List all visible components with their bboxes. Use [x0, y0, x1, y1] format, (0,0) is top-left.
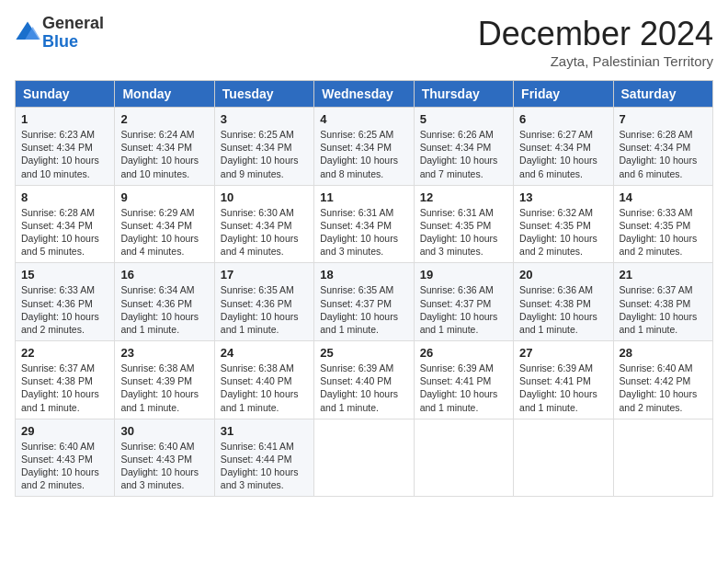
cell-details: Sunrise: 6:30 AM Sunset: 4:34 PM Dayligh…: [221, 206, 308, 259]
day-number: 19: [420, 268, 507, 282]
cell-details: Sunrise: 6:40 AM Sunset: 4:43 PM Dayligh…: [21, 440, 108, 492]
calendar-cell: [314, 419, 414, 497]
calendar-cell: 7Sunrise: 6:28 AM Sunset: 4:34 PM Daylig…: [613, 108, 712, 186]
day-number: 6: [519, 112, 607, 126]
calendar-cell: 11Sunrise: 6:31 AM Sunset: 4:34 PM Dayli…: [314, 185, 414, 263]
calendar-cell: 28Sunrise: 6:40 AM Sunset: 4:42 PM Dayli…: [613, 341, 712, 419]
day-number: 29: [21, 424, 108, 438]
cell-details: Sunrise: 6:40 AM Sunset: 4:43 PM Dayligh…: [120, 440, 208, 492]
calendar-week-5: 29Sunrise: 6:40 AM Sunset: 4:43 PM Dayli…: [16, 419, 713, 497]
cell-details: Sunrise: 6:25 AM Sunset: 4:34 PM Dayligh…: [221, 128, 308, 180]
calendar-cell: 8Sunrise: 6:28 AM Sunset: 4:34 PM Daylig…: [16, 185, 115, 263]
calendar-cell: 30Sunrise: 6:40 AM Sunset: 4:43 PM Dayli…: [115, 419, 214, 497]
calendar-week-4: 22Sunrise: 6:37 AM Sunset: 4:38 PM Dayli…: [16, 341, 713, 419]
calendar-header-thursday: Thursday: [414, 81, 513, 108]
cell-details: Sunrise: 6:41 AM Sunset: 4:44 PM Dayligh…: [221, 440, 308, 492]
calendar-cell: 13Sunrise: 6:32 AM Sunset: 4:35 PM Dayli…: [514, 185, 613, 263]
cell-details: Sunrise: 6:35 AM Sunset: 4:36 PM Dayligh…: [221, 283, 308, 336]
calendar-cell: 24Sunrise: 6:38 AM Sunset: 4:40 PM Dayli…: [214, 341, 313, 419]
cell-details: Sunrise: 6:39 AM Sunset: 4:40 PM Dayligh…: [320, 362, 407, 414]
calendar-header-friday: Friday: [514, 81, 613, 108]
calendar-cell: 1Sunrise: 6:23 AM Sunset: 4:34 PM Daylig…: [16, 108, 115, 186]
calendar-cell: 5Sunrise: 6:26 AM Sunset: 4:34 PM Daylig…: [414, 108, 513, 186]
day-number: 10: [221, 190, 308, 204]
day-number: 27: [519, 346, 607, 360]
day-number: 7: [620, 112, 707, 126]
day-number: 23: [120, 346, 208, 360]
day-number: 17: [221, 268, 308, 282]
calendar-cell: 15Sunrise: 6:33 AM Sunset: 4:36 PM Dayli…: [16, 263, 115, 341]
title-block: December 2024 Zayta, Palestinian Territo…: [478, 15, 713, 69]
calendar-cell: 18Sunrise: 6:35 AM Sunset: 4:37 PM Dayli…: [314, 263, 414, 341]
cell-details: Sunrise: 6:38 AM Sunset: 4:40 PM Dayligh…: [221, 362, 308, 414]
calendar-cell: 23Sunrise: 6:38 AM Sunset: 4:39 PM Dayli…: [115, 341, 214, 419]
day-number: 25: [320, 346, 407, 360]
day-number: 14: [620, 190, 707, 204]
calendar-header-tuesday: Tuesday: [214, 81, 313, 108]
cell-details: Sunrise: 6:36 AM Sunset: 4:38 PM Dayligh…: [519, 283, 607, 336]
calendar-week-1: 1Sunrise: 6:23 AM Sunset: 4:34 PM Daylig…: [16, 108, 713, 186]
calendar-body: 1Sunrise: 6:23 AM Sunset: 4:34 PM Daylig…: [16, 108, 713, 497]
calendar-cell: 9Sunrise: 6:29 AM Sunset: 4:34 PM Daylig…: [115, 185, 214, 263]
calendar-cell: [414, 419, 513, 497]
calendar-cell: [613, 419, 712, 497]
day-number: 5: [420, 112, 507, 126]
day-number: 28: [620, 346, 707, 360]
calendar-week-2: 8Sunrise: 6:28 AM Sunset: 4:34 PM Daylig…: [16, 185, 713, 263]
day-number: 24: [221, 346, 308, 360]
day-number: 22: [21, 346, 108, 360]
calendar-header-saturday: Saturday: [613, 81, 712, 108]
calendar-cell: 6Sunrise: 6:27 AM Sunset: 4:34 PM Daylig…: [514, 108, 613, 186]
calendar-cell: 12Sunrise: 6:31 AM Sunset: 4:35 PM Dayli…: [414, 185, 513, 263]
cell-details: Sunrise: 6:33 AM Sunset: 4:35 PM Dayligh…: [620, 206, 707, 259]
calendar-cell: 14Sunrise: 6:33 AM Sunset: 4:35 PM Dayli…: [613, 185, 712, 263]
day-number: 31: [221, 424, 308, 438]
logo-general-text: General: [42, 15, 104, 33]
cell-details: Sunrise: 6:39 AM Sunset: 4:41 PM Dayligh…: [420, 362, 507, 414]
day-number: 15: [21, 268, 108, 282]
cell-details: Sunrise: 6:27 AM Sunset: 4:34 PM Dayligh…: [519, 128, 607, 180]
day-number: 8: [21, 190, 108, 204]
calendar-cell: 27Sunrise: 6:39 AM Sunset: 4:41 PM Dayli…: [514, 341, 613, 419]
cell-details: Sunrise: 6:39 AM Sunset: 4:41 PM Dayligh…: [519, 362, 607, 414]
day-number: 16: [120, 268, 208, 282]
calendar-cell: 22Sunrise: 6:37 AM Sunset: 4:38 PM Dayli…: [16, 341, 115, 419]
calendar-header-wednesday: Wednesday: [314, 81, 414, 108]
calendar-cell: 25Sunrise: 6:39 AM Sunset: 4:40 PM Dayli…: [314, 341, 414, 419]
day-number: 2: [120, 112, 208, 126]
cell-details: Sunrise: 6:36 AM Sunset: 4:37 PM Dayligh…: [420, 283, 507, 336]
day-number: 20: [519, 268, 607, 282]
calendar-header-monday: Monday: [115, 81, 214, 108]
day-number: 9: [120, 190, 208, 204]
day-number: 3: [221, 112, 308, 126]
day-number: 26: [420, 346, 507, 360]
cell-details: Sunrise: 6:31 AM Sunset: 4:34 PM Dayligh…: [320, 206, 407, 259]
logo-blue-text: Blue: [42, 33, 104, 52]
cell-details: Sunrise: 6:28 AM Sunset: 4:34 PM Dayligh…: [21, 206, 108, 259]
calendar-cell: 4Sunrise: 6:25 AM Sunset: 4:34 PM Daylig…: [314, 108, 414, 186]
calendar-cell: 31Sunrise: 6:41 AM Sunset: 4:44 PM Dayli…: [214, 419, 313, 497]
cell-details: Sunrise: 6:37 AM Sunset: 4:38 PM Dayligh…: [620, 283, 707, 336]
page-header: General Blue December 2024 Zayta, Palest…: [15, 15, 713, 69]
calendar-cell: 19Sunrise: 6:36 AM Sunset: 4:37 PM Dayli…: [414, 263, 513, 341]
calendar-week-3: 15Sunrise: 6:33 AM Sunset: 4:36 PM Dayli…: [16, 263, 713, 341]
day-number: 13: [519, 190, 607, 204]
calendar-cell: 3Sunrise: 6:25 AM Sunset: 4:34 PM Daylig…: [214, 108, 313, 186]
cell-details: Sunrise: 6:28 AM Sunset: 4:34 PM Dayligh…: [620, 128, 707, 180]
day-number: 1: [21, 112, 108, 126]
calendar-cell: 17Sunrise: 6:35 AM Sunset: 4:36 PM Dayli…: [214, 263, 313, 341]
calendar-cell: [514, 419, 613, 497]
calendar-cell: 21Sunrise: 6:37 AM Sunset: 4:38 PM Dayli…: [613, 263, 712, 341]
cell-details: Sunrise: 6:23 AM Sunset: 4:34 PM Dayligh…: [21, 128, 108, 180]
cell-details: Sunrise: 6:24 AM Sunset: 4:34 PM Dayligh…: [120, 128, 208, 180]
month-title: December 2024: [478, 15, 713, 53]
calendar-cell: 29Sunrise: 6:40 AM Sunset: 4:43 PM Dayli…: [16, 419, 115, 497]
cell-details: Sunrise: 6:29 AM Sunset: 4:34 PM Dayligh…: [120, 206, 208, 259]
calendar-cell: 16Sunrise: 6:34 AM Sunset: 4:36 PM Dayli…: [115, 263, 214, 341]
day-number: 18: [320, 268, 407, 282]
logo: General Blue: [15, 15, 104, 52]
calendar-cell: 10Sunrise: 6:30 AM Sunset: 4:34 PM Dayli…: [214, 185, 313, 263]
calendar-header-row: SundayMondayTuesdayWednesdayThursdayFrid…: [16, 81, 713, 108]
cell-details: Sunrise: 6:40 AM Sunset: 4:42 PM Dayligh…: [620, 362, 707, 414]
cell-details: Sunrise: 6:38 AM Sunset: 4:39 PM Dayligh…: [120, 362, 208, 414]
